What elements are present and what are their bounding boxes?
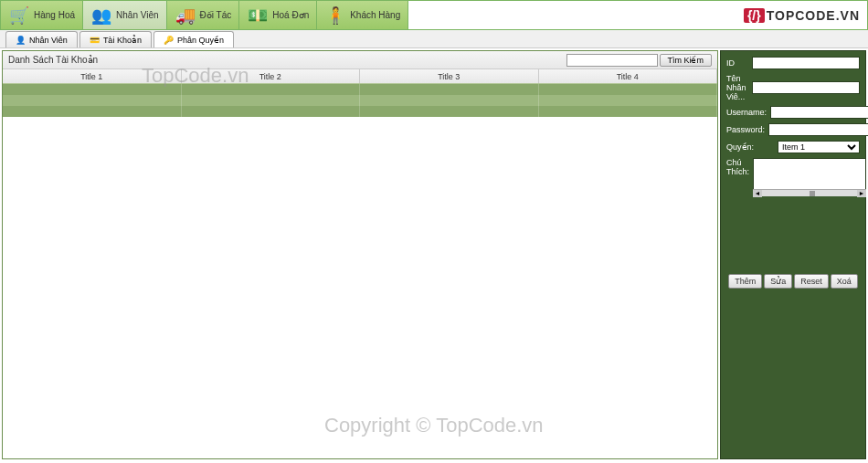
name-label: Tên Nhân Viê... xyxy=(726,74,748,101)
edit-button[interactable]: Sửa xyxy=(764,274,792,289)
main-toolbar: 🛒 Hàng Hoá 👥 Nhân Viên 🚚 Đối Tác 💵 Hoá Đ… xyxy=(0,0,868,30)
role-label: Quyền: xyxy=(726,142,774,152)
panel-title: Danh Sách Tài Khoản xyxy=(8,55,98,65)
tab-label: Nhân Viên xyxy=(29,36,68,45)
form-row-role: Quyền: Item 1 xyxy=(726,141,860,153)
table-row[interactable] xyxy=(3,84,717,95)
nav-label: Hoá Đơn xyxy=(272,10,309,20)
nav-doitac[interactable]: 🚚 Đối Tác xyxy=(167,1,240,29)
search-button[interactable]: Tìm Kiếm xyxy=(660,54,713,67)
table-body xyxy=(3,84,717,117)
id-field[interactable] xyxy=(752,57,860,69)
scroll-thumb[interactable] xyxy=(810,191,815,196)
form-row-username: Username: xyxy=(726,106,860,119)
textarea-wrap: ◄ ► xyxy=(753,158,866,196)
nav-khachhang[interactable]: 🧍 Khách Hàng xyxy=(317,1,408,29)
nav-label: Nhân Viên xyxy=(116,10,159,20)
username-label: Username: xyxy=(726,108,767,117)
content-area: Danh Sách Tài Khoản Tìm Kiếm Title 1 Tit… xyxy=(0,48,868,461)
form-panel: ID Tên Nhân Viê... Username: Password: Q… xyxy=(720,50,866,459)
table-header: Title 1 Title 2 Title 3 Title 4 xyxy=(3,69,717,84)
password-field[interactable] xyxy=(768,123,868,136)
form-row-name: Tên Nhân Viê... xyxy=(726,74,860,101)
panel-header: Danh Sách Tài Khoản Tìm Kiếm xyxy=(3,51,717,69)
tab-label: Phân Quyền xyxy=(177,36,224,45)
search-wrap: Tìm Kiếm xyxy=(566,54,713,67)
tab-taikhoan[interactable]: 💳 Tài Khoản xyxy=(79,31,152,47)
key-icon: 🔑 xyxy=(164,36,174,45)
button-row: Thêm Sửa Reset Xoá xyxy=(726,274,860,289)
name-field[interactable] xyxy=(752,81,860,94)
nav-label: Khách Hàng xyxy=(350,10,400,20)
nav-hanghoa[interactable]: 🛒 Hàng Hoá xyxy=(1,1,83,29)
logo: {/} TOPCODE.VN xyxy=(736,1,867,29)
truck-icon: 🚚 xyxy=(175,5,196,26)
role-select[interactable]: Item 1 xyxy=(778,141,860,153)
scroll-left-icon[interactable]: ◄ xyxy=(753,190,762,197)
invoice-icon: 💵 xyxy=(247,5,269,26)
horizontal-scrollbar[interactable]: ◄ ► xyxy=(753,189,866,196)
username-field[interactable] xyxy=(770,106,868,119)
table-row[interactable] xyxy=(3,106,717,117)
delete-button[interactable]: Xoá xyxy=(831,274,858,289)
id-label: ID xyxy=(726,58,748,68)
tab-nhanvien[interactable]: 👤 Nhân Viên xyxy=(5,31,78,47)
table-row[interactable] xyxy=(3,95,717,106)
note-label: Chú Thích: xyxy=(726,158,749,176)
form-row-id: ID xyxy=(726,57,860,69)
person-icon: 👤 xyxy=(16,36,26,45)
reset-button[interactable]: Reset xyxy=(794,274,829,289)
column-header[interactable]: Title 4 xyxy=(539,69,718,83)
list-panel: Danh Sách Tài Khoản Tìm Kiếm Title 1 Tit… xyxy=(2,50,718,459)
sub-tabbar: 👤 Nhân Viên 💳 Tài Khoản 🔑 Phân Quyền xyxy=(0,30,868,48)
search-input[interactable] xyxy=(566,54,658,67)
note-field[interactable] xyxy=(753,158,866,193)
nav-label: Đối Tác xyxy=(200,10,232,20)
column-header[interactable]: Title 2 xyxy=(182,69,361,83)
cart-icon: 🛒 xyxy=(8,5,30,26)
add-button[interactable]: Thêm xyxy=(728,274,762,289)
form-row-note: Chú Thích: ◄ ► xyxy=(726,158,860,196)
card-icon: 💳 xyxy=(90,36,100,45)
password-label: Password: xyxy=(726,125,765,134)
column-header[interactable]: Title 3 xyxy=(360,69,539,83)
nav-nhanvien[interactable]: 👥 Nhân Viên xyxy=(83,1,167,29)
logo-text: TOPCODE.VN xyxy=(767,8,860,23)
form-row-password: Password: xyxy=(726,123,860,136)
tab-label: Tài Khoản xyxy=(103,36,142,45)
person-icon: 🧍 xyxy=(324,5,346,26)
tab-phanquyen[interactable]: 🔑 Phân Quyền xyxy=(153,31,234,47)
nav-label: Hàng Hoá xyxy=(34,10,75,20)
column-header[interactable]: Title 1 xyxy=(3,69,182,83)
scroll-right-icon[interactable]: ► xyxy=(857,190,866,197)
nav-hoadon[interactable]: 💵 Hoá Đơn xyxy=(239,1,317,29)
logo-bracket-icon: {/} xyxy=(744,8,765,23)
people-icon: 👥 xyxy=(90,5,112,26)
